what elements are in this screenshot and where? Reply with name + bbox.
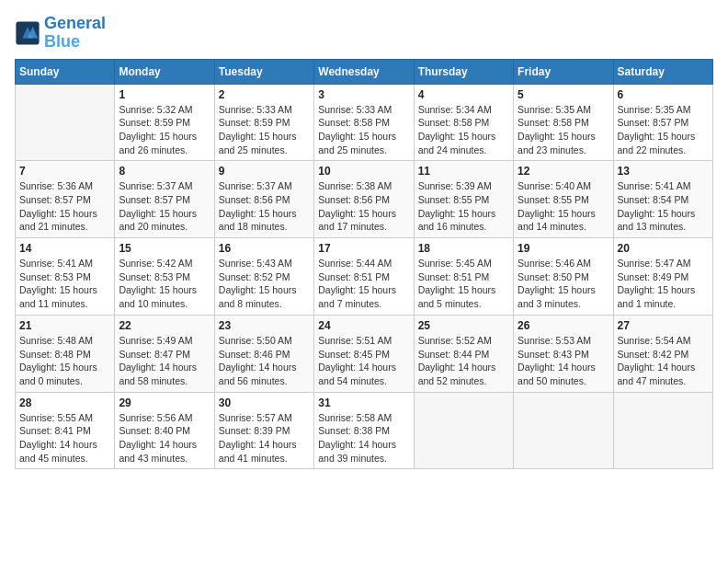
weekday-header-wednesday: Wednesday <box>314 59 414 84</box>
weekday-header-friday: Friday <box>514 59 613 84</box>
cell-info: Sunrise: 5:33 AM Sunset: 8:59 PM Dayligh… <box>219 103 310 157</box>
weekday-header-thursday: Thursday <box>414 59 513 84</box>
calendar-cell: 12Sunrise: 5:40 AM Sunset: 8:55 PM Dayli… <box>514 161 613 238</box>
date-number: 20 <box>618 242 709 255</box>
date-number: 13 <box>618 165 709 178</box>
date-number: 12 <box>518 165 609 178</box>
cell-info: Sunrise: 5:54 AM Sunset: 8:42 PM Dayligh… <box>618 334 709 388</box>
cell-info: Sunrise: 5:52 AM Sunset: 8:44 PM Dayligh… <box>418 334 509 388</box>
date-number: 10 <box>318 165 409 178</box>
date-number: 17 <box>318 242 409 255</box>
date-number: 19 <box>518 242 609 255</box>
page-header: GeneralBlue <box>15 15 713 52</box>
date-number: 21 <box>19 319 110 332</box>
cell-info: Sunrise: 5:34 AM Sunset: 8:58 PM Dayligh… <box>418 103 509 157</box>
date-number: 23 <box>219 319 310 332</box>
calendar-cell <box>16 84 115 161</box>
calendar-cell: 9Sunrise: 5:37 AM Sunset: 8:56 PM Daylig… <box>214 161 313 238</box>
calendar-cell: 27Sunrise: 5:54 AM Sunset: 8:42 PM Dayli… <box>613 315 712 392</box>
logo: GeneralBlue <box>15 15 106 52</box>
calendar-cell: 11Sunrise: 5:39 AM Sunset: 8:55 PM Dayli… <box>414 161 513 238</box>
cell-info: Sunrise: 5:33 AM Sunset: 8:58 PM Dayligh… <box>318 103 409 157</box>
cell-info: Sunrise: 5:41 AM Sunset: 8:53 PM Dayligh… <box>19 257 110 311</box>
date-number: 28 <box>19 396 110 409</box>
cell-info: Sunrise: 5:32 AM Sunset: 8:59 PM Dayligh… <box>119 103 210 157</box>
calendar-cell: 31Sunrise: 5:58 AM Sunset: 8:38 PM Dayli… <box>314 392 414 469</box>
cell-info: Sunrise: 5:51 AM Sunset: 8:45 PM Dayligh… <box>318 334 409 388</box>
cell-info: Sunrise: 5:53 AM Sunset: 8:43 PM Dayligh… <box>518 334 609 388</box>
date-number: 1 <box>119 88 210 101</box>
cell-info: Sunrise: 5:45 AM Sunset: 8:51 PM Dayligh… <box>418 257 509 311</box>
date-number: 6 <box>618 88 709 101</box>
cell-info: Sunrise: 5:42 AM Sunset: 8:53 PM Dayligh… <box>119 257 210 311</box>
date-number: 15 <box>119 242 210 255</box>
date-number: 11 <box>418 165 509 178</box>
cell-info: Sunrise: 5:47 AM Sunset: 8:49 PM Dayligh… <box>618 257 709 311</box>
cell-info: Sunrise: 5:35 AM Sunset: 8:57 PM Dayligh… <box>618 103 709 157</box>
date-number: 25 <box>418 319 509 332</box>
calendar-cell: 3Sunrise: 5:33 AM Sunset: 8:58 PM Daylig… <box>314 84 414 161</box>
calendar-cell: 2Sunrise: 5:33 AM Sunset: 8:59 PM Daylig… <box>214 84 313 161</box>
date-number: 27 <box>618 319 709 332</box>
calendar-cell: 5Sunrise: 5:35 AM Sunset: 8:58 PM Daylig… <box>514 84 613 161</box>
date-number: 4 <box>418 88 509 101</box>
calendar-cell: 30Sunrise: 5:57 AM Sunset: 8:39 PM Dayli… <box>214 392 313 469</box>
date-number: 30 <box>219 396 310 409</box>
date-number: 3 <box>318 88 409 101</box>
calendar-table: SundayMondayTuesdayWednesdayThursdayFrid… <box>15 59 713 470</box>
date-number: 16 <box>219 242 310 255</box>
cell-info: Sunrise: 5:46 AM Sunset: 8:50 PM Dayligh… <box>518 257 609 311</box>
calendar-cell: 10Sunrise: 5:38 AM Sunset: 8:56 PM Dayli… <box>314 161 414 238</box>
cell-info: Sunrise: 5:49 AM Sunset: 8:47 PM Dayligh… <box>119 334 210 388</box>
date-number: 18 <box>418 242 509 255</box>
calendar-cell: 16Sunrise: 5:43 AM Sunset: 8:52 PM Dayli… <box>214 238 313 316</box>
logo-text: GeneralBlue <box>44 15 106 52</box>
cell-info: Sunrise: 5:39 AM Sunset: 8:55 PM Dayligh… <box>418 179 509 234</box>
cell-info: Sunrise: 5:37 AM Sunset: 8:56 PM Dayligh… <box>219 179 310 234</box>
calendar-cell: 23Sunrise: 5:50 AM Sunset: 8:46 PM Dayli… <box>214 315 313 392</box>
cell-info: Sunrise: 5:57 AM Sunset: 8:39 PM Dayligh… <box>219 411 310 465</box>
calendar-cell: 29Sunrise: 5:56 AM Sunset: 8:40 PM Dayli… <box>115 392 214 469</box>
calendar-cell: 14Sunrise: 5:41 AM Sunset: 8:53 PM Dayli… <box>16 238 115 316</box>
cell-info: Sunrise: 5:58 AM Sunset: 8:38 PM Dayligh… <box>318 411 409 465</box>
weekday-header-monday: Monday <box>115 59 214 84</box>
date-number: 5 <box>518 88 609 101</box>
calendar-cell: 1Sunrise: 5:32 AM Sunset: 8:59 PM Daylig… <box>115 84 214 161</box>
cell-info: Sunrise: 5:48 AM Sunset: 8:48 PM Dayligh… <box>19 334 110 388</box>
cell-info: Sunrise: 5:50 AM Sunset: 8:46 PM Dayligh… <box>219 334 310 388</box>
date-number: 9 <box>219 165 310 178</box>
calendar-cell: 20Sunrise: 5:47 AM Sunset: 8:49 PM Dayli… <box>613 238 712 316</box>
cell-info: Sunrise: 5:38 AM Sunset: 8:56 PM Dayligh… <box>318 179 409 234</box>
cell-info: Sunrise: 5:40 AM Sunset: 8:55 PM Dayligh… <box>518 179 609 234</box>
calendar-cell: 28Sunrise: 5:55 AM Sunset: 8:41 PM Dayli… <box>16 392 115 469</box>
logo-icon <box>15 20 40 46</box>
weekday-header-tuesday: Tuesday <box>214 59 313 84</box>
date-number: 26 <box>518 319 609 332</box>
date-number: 2 <box>219 88 310 101</box>
calendar-cell: 26Sunrise: 5:53 AM Sunset: 8:43 PM Dayli… <box>514 315 613 392</box>
calendar-cell: 21Sunrise: 5:48 AM Sunset: 8:48 PM Dayli… <box>16 315 115 392</box>
calendar-cell: 24Sunrise: 5:51 AM Sunset: 8:45 PM Dayli… <box>314 315 414 392</box>
date-number: 29 <box>119 396 210 409</box>
cell-info: Sunrise: 5:37 AM Sunset: 8:57 PM Dayligh… <box>119 179 210 234</box>
calendar-cell: 15Sunrise: 5:42 AM Sunset: 8:53 PM Dayli… <box>115 238 214 316</box>
calendar-cell <box>414 392 513 469</box>
date-number: 24 <box>318 319 409 332</box>
date-number: 8 <box>119 165 210 178</box>
calendar-cell <box>514 392 613 469</box>
cell-info: Sunrise: 5:36 AM Sunset: 8:57 PM Dayligh… <box>19 179 110 234</box>
calendar-cell: 8Sunrise: 5:37 AM Sunset: 8:57 PM Daylig… <box>115 161 214 238</box>
date-number: 22 <box>119 319 210 332</box>
date-number: 31 <box>318 396 409 409</box>
calendar-cell: 19Sunrise: 5:46 AM Sunset: 8:50 PM Dayli… <box>514 238 613 316</box>
calendar-cell: 25Sunrise: 5:52 AM Sunset: 8:44 PM Dayli… <box>414 315 513 392</box>
weekday-header-saturday: Saturday <box>613 59 712 84</box>
cell-info: Sunrise: 5:55 AM Sunset: 8:41 PM Dayligh… <box>19 411 110 465</box>
cell-info: Sunrise: 5:43 AM Sunset: 8:52 PM Dayligh… <box>219 257 310 311</box>
cell-info: Sunrise: 5:35 AM Sunset: 8:58 PM Dayligh… <box>518 103 609 157</box>
calendar-cell: 22Sunrise: 5:49 AM Sunset: 8:47 PM Dayli… <box>115 315 214 392</box>
weekday-header-sunday: Sunday <box>16 59 115 84</box>
calendar-cell: 4Sunrise: 5:34 AM Sunset: 8:58 PM Daylig… <box>414 84 513 161</box>
date-number: 14 <box>19 242 110 255</box>
calendar-cell: 7Sunrise: 5:36 AM Sunset: 8:57 PM Daylig… <box>16 161 115 238</box>
